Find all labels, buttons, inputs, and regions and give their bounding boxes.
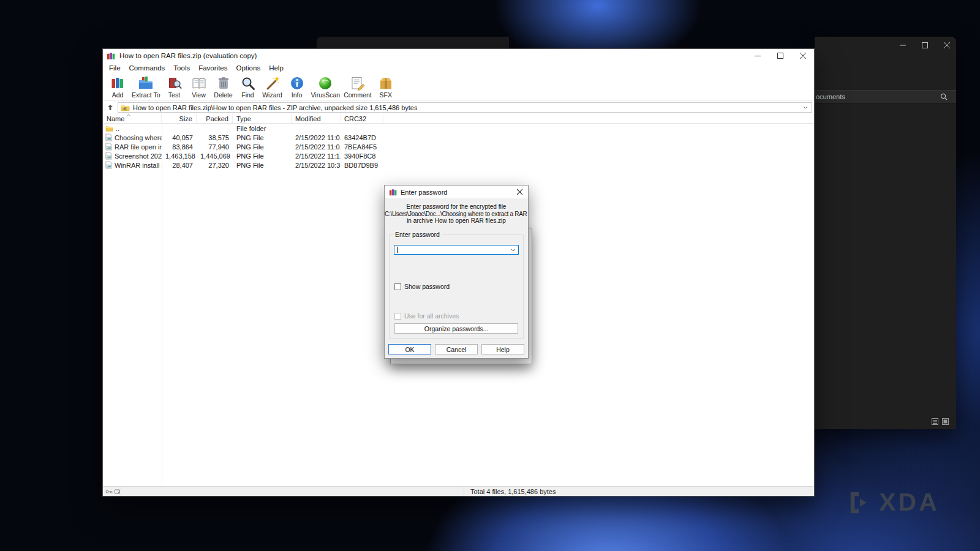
cancel-button[interactable]: Cancel xyxy=(435,344,478,354)
png-file-icon xyxy=(105,133,112,141)
winrar-logo-icon xyxy=(389,188,398,196)
magnifier-icon xyxy=(239,75,257,91)
extract-folder-icon xyxy=(137,75,154,91)
info-icon xyxy=(288,75,306,91)
menu-file[interactable]: File xyxy=(105,64,125,72)
magic-wand-icon xyxy=(264,75,281,91)
group-label: Enter password xyxy=(393,231,442,238)
menu-favorites[interactable]: Favorites xyxy=(194,64,232,72)
test-book-magnifier-icon xyxy=(166,75,183,91)
table-row[interactable]: Screenshot 2022... 1,463,158 1,445,069 P… xyxy=(103,151,814,160)
menu-tools[interactable]: Tools xyxy=(169,64,194,72)
search-icon[interactable] xyxy=(940,93,948,100)
column-header-name[interactable]: Name xyxy=(103,114,162,123)
menu-options[interactable]: Options xyxy=(232,64,265,72)
sfx-box-icon xyxy=(377,75,394,91)
menu-commands[interactable]: Commands xyxy=(125,64,170,72)
column-header-crc32[interactable]: CRC32 xyxy=(341,114,383,123)
delete-button[interactable]: Delete xyxy=(211,73,236,99)
column-header-packed[interactable]: Packed xyxy=(197,114,233,123)
chevron-down-icon[interactable] xyxy=(803,106,809,109)
name-column-gridline xyxy=(162,124,162,485)
documents-label: ocuments xyxy=(816,93,845,100)
window-controls xyxy=(746,49,814,62)
checkbox-box xyxy=(394,313,401,320)
window-title: How to open RAR files.zip (evaluation co… xyxy=(119,52,257,59)
sort-ascending-icon xyxy=(126,114,131,116)
winrar-titlebar: How to open RAR files.zip (evaluation co… xyxy=(103,49,814,62)
password-input[interactable] xyxy=(394,245,519,255)
find-label: Find xyxy=(241,91,254,99)
extract-to-label: Extract To xyxy=(132,91,160,99)
table-row[interactable]: WinRAR install s... 28,407 27,320 PNG Fi… xyxy=(103,160,814,170)
wizard-label: Wizard xyxy=(262,91,282,99)
statusbar: Total 4 files, 1,615,486 bytes xyxy=(103,486,814,496)
menubar: File Commands Tools Favorites Options He… xyxy=(103,62,814,73)
dialog-footer: OK Cancel Help xyxy=(388,344,524,354)
view-button[interactable]: View xyxy=(187,73,211,99)
menu-help[interactable]: Help xyxy=(265,64,288,72)
background-window-toolbar: ocuments xyxy=(815,90,956,103)
maximize-icon[interactable] xyxy=(922,42,928,48)
add-button[interactable]: Add xyxy=(105,73,130,99)
sfx-label: SFX xyxy=(379,91,391,99)
address-input[interactable]: How to open RAR files.zip\How to open RA… xyxy=(118,102,812,113)
drive-icon xyxy=(115,489,120,494)
grid-view-icon[interactable] xyxy=(942,418,949,425)
help-button[interactable]: Help xyxy=(481,344,524,354)
organize-passwords-button[interactable]: Organize passwords... xyxy=(394,323,518,334)
list-view-icon[interactable] xyxy=(932,418,938,425)
table-row[interactable]: Choosing where ... 40,057 38,575 PNG Fil… xyxy=(103,133,814,142)
table-row-updir[interactable]: .. File folder xyxy=(103,124,814,133)
column-header-size[interactable]: Size xyxy=(162,114,197,123)
enter-password-dialog: Enter password Enter password for the en… xyxy=(384,185,529,359)
background-window-controls xyxy=(900,42,950,48)
archive-folder-icon xyxy=(121,103,130,111)
png-file-icon xyxy=(105,152,112,160)
comment-button[interactable]: Comment xyxy=(342,73,374,99)
info-button[interactable]: Info xyxy=(285,73,309,99)
virusscan-orb-icon xyxy=(317,75,334,91)
table-row[interactable]: RAR file open in ... 83,864 77,940 PNG F… xyxy=(103,142,814,151)
enter-password-group: Enter password Show password Use for all… xyxy=(389,234,524,339)
show-password-checkbox[interactable]: Show password xyxy=(394,283,450,290)
close-icon[interactable] xyxy=(511,186,528,198)
statusbar-icons xyxy=(103,487,121,496)
show-password-label: Show password xyxy=(404,283,450,290)
winrar-logo-icon xyxy=(107,51,116,60)
virusscan-label: VirusScan xyxy=(311,91,341,99)
address-path: How to open RAR files.zip\How to open RA… xyxy=(133,104,417,111)
ok-button[interactable]: OK xyxy=(388,344,431,354)
maximize-icon[interactable] xyxy=(769,49,791,62)
add-books-icon xyxy=(109,75,126,91)
delete-label: Delete xyxy=(214,91,232,99)
dialog-message: Enter password for the encrypted file C:… xyxy=(385,198,528,225)
virusscan-button[interactable]: VirusScan xyxy=(309,73,342,99)
background-window-view-icons xyxy=(932,418,949,425)
png-file-icon xyxy=(105,143,112,151)
close-icon[interactable] xyxy=(791,49,814,62)
close-icon[interactable] xyxy=(944,42,950,48)
view-label: View xyxy=(192,91,206,99)
sfx-button[interactable]: SFX xyxy=(374,73,398,99)
png-file-icon xyxy=(105,161,112,169)
column-header-type[interactable]: Type xyxy=(233,114,292,123)
up-directory-icon[interactable] xyxy=(105,103,116,113)
find-button[interactable]: Find xyxy=(236,73,260,99)
add-label: Add xyxy=(112,91,124,99)
trash-icon xyxy=(215,75,232,91)
test-button[interactable]: Test xyxy=(162,73,187,99)
minimize-icon[interactable] xyxy=(900,42,906,48)
wizard-button[interactable]: Wizard xyxy=(260,73,285,99)
xda-logo: XDA xyxy=(847,488,940,517)
xda-wordmark: XDA xyxy=(879,488,940,517)
extract-to-button[interactable]: Extract To xyxy=(130,73,162,99)
checkbox-box xyxy=(394,283,401,290)
message-line-2: C:\Users\Joaoc\Doc...\Choosing where to … xyxy=(385,211,528,218)
minimize-icon[interactable] xyxy=(746,49,769,62)
dialog-title: Enter password xyxy=(401,189,447,196)
toolbar: Add Extract To Test View xyxy=(103,73,814,101)
use-for-all-archives-checkbox: Use for all archives xyxy=(394,312,459,320)
column-header-modified[interactable]: Modified xyxy=(292,114,341,123)
chevron-down-icon[interactable] xyxy=(511,249,518,252)
